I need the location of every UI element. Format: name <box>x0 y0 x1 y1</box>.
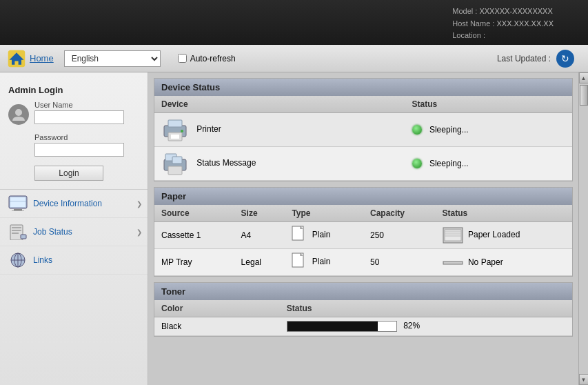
toner-header: Toner <box>154 283 572 300</box>
svg-rect-20 <box>171 135 179 139</box>
sidebar-item-links[interactable]: Links <box>0 246 148 275</box>
paper-header: Paper <box>154 188 572 205</box>
admin-user-row: User Name <box>8 101 139 128</box>
source-cell: Cassette 1 <box>154 222 234 249</box>
login-form: User Name <box>34 101 124 128</box>
paper-loaded-icon <box>443 227 463 244</box>
size-col-header: Size <box>234 205 285 222</box>
sidebar-item-job-status[interactable]: Job Status ❯ <box>0 218 148 246</box>
login-button[interactable]: Login <box>34 166 103 181</box>
svg-rect-7 <box>10 201 26 201</box>
type-col-header: Type <box>285 205 363 222</box>
right-scrollbar[interactable]: ▲ ▼ <box>578 72 588 385</box>
type-cell: Plain <box>285 249 363 276</box>
language-select[interactable]: English Japanese French German Spanish <box>64 50 161 67</box>
toner-percent: 82% <box>403 321 420 330</box>
device-status-row: Printer Sleeping... <box>154 113 572 147</box>
svg-rect-18 <box>168 120 182 127</box>
last-updated-text: Last Updated : <box>497 54 551 63</box>
svg-rect-5 <box>14 209 22 210</box>
admin-login-title: Admin Login <box>8 85 139 95</box>
type-cell: Plain <box>285 222 363 249</box>
job-status-label: Job Status <box>33 227 72 237</box>
refresh-button[interactable]: ↻ <box>556 50 574 68</box>
home-label: Home <box>30 53 54 63</box>
capacity-col-header: Capacity <box>363 205 436 222</box>
paper-row: Cassette 1 A4 Plain 250 Paper Loaded <box>154 222 572 249</box>
user-avatar <box>8 104 29 125</box>
hostname-label: Host Name : <box>452 19 494 28</box>
home-icon <box>7 49 26 68</box>
source-col-header: Source <box>154 205 234 222</box>
svg-rect-25 <box>172 157 182 164</box>
status-col-header: Status <box>405 96 572 113</box>
scroll-down-arrow[interactable]: ▼ <box>579 374 589 385</box>
scroll-up-arrow[interactable]: ▲ <box>579 72 589 83</box>
svg-rect-24 <box>168 166 182 175</box>
svg-point-2 <box>15 109 22 116</box>
svg-rect-12 <box>21 235 26 239</box>
device-status-section: Device Status Device Status Printer <box>154 78 573 181</box>
nav-bar: Home English Japanese French German Span… <box>0 45 588 72</box>
auto-refresh-checkbox[interactable] <box>178 54 187 63</box>
paper-status-col-header: Status <box>436 205 572 222</box>
toner-bar-fill <box>287 322 378 331</box>
device-status-header: Device Status <box>154 79 572 96</box>
svg-rect-11 <box>12 233 19 234</box>
svg-rect-4 <box>10 197 26 207</box>
source-cell: MP Tray <box>154 249 234 276</box>
top-bar: Model : XXXXXX-XXXXXXXX Host Name : XXX.… <box>0 0 588 45</box>
device-status-table: Device Status Printer Sleeping... <box>154 96 572 181</box>
scroll-thumb[interactable] <box>580 85 588 106</box>
svg-rect-37 <box>443 261 463 264</box>
sidebar-item-device-information[interactable]: Device Information ❯ <box>0 190 148 218</box>
toner-section: Toner Color Status Black 82% <box>154 282 573 337</box>
main-layout: Admin Login User Name Password <box>0 72 588 385</box>
toner-color-cell: Black <box>154 317 280 336</box>
toner-bar-container <box>287 321 397 332</box>
username-input[interactable] <box>34 110 124 124</box>
paper-loaded-text: Paper Loaded <box>468 230 520 239</box>
toner-table: Color Status Black 82% <box>154 300 572 336</box>
auto-refresh-area: Auto-refresh <box>178 54 236 63</box>
capacity-cell: 50 <box>363 249 436 276</box>
svg-rect-10 <box>12 230 21 231</box>
top-info: Model : XXXXXX-XXXXXXXX Host Name : XXX.… <box>452 6 554 42</box>
links-icon <box>8 252 28 268</box>
status-dot <box>412 125 422 135</box>
device-cell: Status Message <box>154 147 405 181</box>
status-cell: Sleeping... <box>405 113 572 147</box>
paper-icon <box>292 226 307 245</box>
links-label: Links <box>33 255 52 265</box>
paper-table: Source Size Type Capacity Status Cassett… <box>154 205 572 276</box>
toner-status-cell: 82% <box>280 317 572 336</box>
paper-section: Paper Source Size Type Capacity Status C… <box>154 187 573 277</box>
no-paper-text: No Paper <box>468 257 503 267</box>
device-name: Printer <box>196 124 221 134</box>
status-dot <box>412 159 422 168</box>
device-col-header: Device <box>154 96 405 113</box>
job-status-chevron: ❯ <box>136 228 142 236</box>
device-name: Status Message <box>196 158 256 168</box>
password-input[interactable] <box>34 143 124 157</box>
status-cell: Sleeping... <box>405 147 572 181</box>
paper-status-cell: No Paper <box>436 249 572 276</box>
password-label: Password <box>34 133 139 141</box>
status-text: Sleeping... <box>429 125 469 135</box>
model-value: XXXXXX-XXXXXXXX <box>479 7 552 15</box>
device-status-row: Status Message Sleeping... <box>154 147 572 181</box>
username-group: User Name <box>34 101 124 124</box>
auto-refresh-label[interactable]: Auto-refresh <box>190 54 236 63</box>
paper-status-cell: Paper Loaded <box>436 222 572 249</box>
username-label: User Name <box>34 101 124 109</box>
device-information-chevron: ❯ <box>136 200 142 208</box>
svg-rect-9 <box>12 227 21 228</box>
model-label: Model : <box>452 7 477 15</box>
toner-row: Black 82% <box>154 317 572 336</box>
device-information-icon <box>8 195 28 212</box>
svg-rect-30 <box>445 230 461 241</box>
home-link[interactable]: Home <box>7 49 54 68</box>
content-area[interactable]: Device Status Device Status Printer <box>148 72 578 385</box>
paper-row: MP Tray Legal Plain 50 No Paper <box>154 249 572 276</box>
printer-icon <box>161 117 189 142</box>
